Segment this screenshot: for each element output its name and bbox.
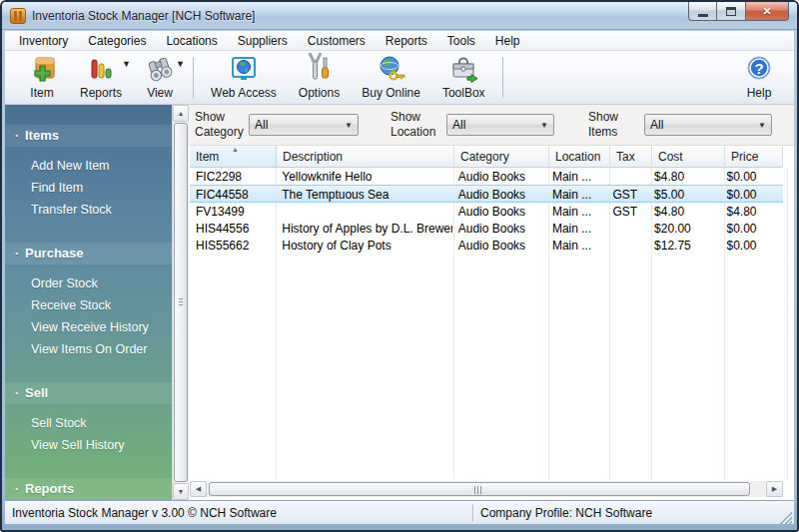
scrollbar-thumb[interactable]	[174, 123, 188, 482]
sidebar-item-order-stock[interactable]: Order Stock	[5, 272, 172, 294]
options-button-label: Options	[299, 86, 340, 100]
menu-tools[interactable]: Tools	[437, 32, 485, 50]
status-bar: Inventoria Stock Manager v 3.00 © NCH So…	[5, 500, 794, 524]
web-access-button-label: Web Access	[211, 86, 277, 100]
show-items-label: Show Items	[588, 110, 640, 140]
scrollbar-track[interactable]	[173, 122, 189, 483]
close-icon: ✕	[762, 5, 771, 18]
help-button-label: Help	[747, 86, 772, 100]
help-button[interactable]: ? Help	[732, 53, 786, 102]
column-header-category[interactable]: Category	[454, 146, 549, 168]
filter-bar: Show Category All ▼ Show Location All ▼ …	[189, 105, 794, 146]
sidebar-item-view-receive-history[interactable]: View Receive History	[5, 316, 172, 338]
cell-description	[276, 203, 451, 220]
cell-location: Main ...	[546, 186, 607, 202]
scrollbar-thumb[interactable]	[209, 482, 750, 496]
column-header-description[interactable]: Description	[277, 146, 454, 168]
table-row[interactable]: FIC2298 Yellowknife Hello Audio Books Ma…	[190, 168, 783, 185]
sidebar-item-add-new-item[interactable]: Add New Item	[5, 155, 172, 177]
sidebar-item-find-item[interactable]: Find Item	[5, 177, 172, 199]
cell-tax: GST	[606, 203, 648, 220]
main-pane: Show Category All ▼ Show Location All ▼ …	[189, 105, 794, 500]
scrollbar-grip	[179, 298, 183, 307]
options-button[interactable]: Options	[288, 53, 351, 102]
menu-suppliers[interactable]: Suppliers	[228, 32, 298, 50]
cell-tax	[606, 220, 648, 237]
sidebar-section-items: ·Items	[5, 125, 172, 147]
bullet-icon: ·	[15, 129, 19, 143]
cell-category: Audio Books	[452, 220, 546, 237]
menu-reports[interactable]: Reports	[376, 32, 437, 50]
cell-location: Main ...	[546, 220, 607, 237]
maximize-button[interactable]	[717, 2, 746, 21]
sidebar-item-view-sell-history[interactable]: View Sell History	[5, 434, 172, 456]
sidebar-item-receive-stock[interactable]: Receive Stock	[5, 294, 172, 316]
reports-button[interactable]: ▼ Reports	[69, 53, 133, 102]
cell-category: Audio Books	[452, 186, 546, 202]
category-filter-select[interactable]: All ▼	[249, 114, 359, 136]
item-button[interactable]: Item	[15, 53, 69, 102]
toolbar-separator	[193, 57, 194, 98]
show-category-label: Show Category	[195, 110, 247, 140]
toolbox-button-label: ToolBox	[442, 86, 485, 100]
sidebar: ·Items Add New Item Find Item Transfer S…	[5, 105, 172, 500]
column-header-tax[interactable]: Tax	[610, 146, 652, 168]
sidebar-item-transfer-stock[interactable]: Transfer Stock	[5, 199, 172, 221]
scroll-up-arrow[interactable]: ▲	[173, 105, 189, 122]
minimize-button[interactable]	[688, 2, 717, 21]
window-controls: ✕	[688, 2, 789, 21]
cell-price: $0.00	[721, 237, 783, 254]
sidebar-item-view-items-on-order[interactable]: View Items On Order	[5, 338, 172, 360]
status-company-profile: Company Profile: NCH Software	[473, 506, 778, 520]
svg-text:?: ?	[754, 60, 763, 77]
scroll-left-arrow[interactable]: ◀	[190, 481, 207, 497]
menu-categories[interactable]: Categories	[78, 32, 156, 50]
sidebar-item-sell-stock[interactable]: Sell Stock	[5, 412, 172, 434]
toolbar: Item ▼ Reports ▼	[5, 51, 794, 105]
menu-customers[interactable]: Customers	[298, 32, 376, 50]
location-filter-select[interactable]: All ▼	[446, 114, 554, 136]
app-logo-icon	[10, 8, 26, 24]
table-horizontal-scrollbar[interactable]: ◀ ▶	[190, 481, 783, 497]
sidebar-scrollbar[interactable]: ▲ ▼	[172, 105, 189, 500]
toolbox-button[interactable]: ToolBox	[431, 53, 496, 102]
web-access-button[interactable]: Web Access	[200, 53, 288, 102]
chevron-down-icon: ▼	[176, 59, 185, 69]
items-table: ▲Item Description Category Location Tax …	[190, 146, 783, 480]
menu-help[interactable]: Help	[485, 32, 530, 50]
table-row[interactable]: HIS44556 History of Apples by D.L. Brewe…	[190, 220, 783, 237]
title-bar: Inventoria Stock Manager [NCH Software] …	[2, 2, 797, 30]
column-header-cost[interactable]: Cost	[652, 146, 725, 168]
cell-cost: $4.80	[648, 203, 720, 220]
table-row[interactable]: HIS55662 Hostory of Clay Pots Audio Book…	[190, 237, 783, 254]
cell-price: $0.00	[721, 186, 783, 202]
menu-inventory[interactable]: Inventory	[9, 32, 78, 50]
column-header-item[interactable]: ▲Item	[190, 146, 277, 168]
buy-online-button[interactable]: Buy Online	[351, 53, 431, 102]
close-button[interactable]: ✕	[746, 2, 789, 21]
reports-button-label: Reports	[80, 86, 122, 100]
resize-grip[interactable]	[778, 510, 792, 524]
column-header-location[interactable]: Location	[549, 146, 610, 168]
cell-item: HIS44556	[190, 220, 276, 237]
cell-description: History of Apples by D.L. Brewer	[276, 220, 451, 237]
cell-item: HIS55662	[190, 237, 276, 254]
bar-chart-icon	[85, 53, 117, 85]
scroll-down-arrow[interactable]: ▼	[173, 483, 189, 500]
chevron-down-icon: ▼	[122, 59, 131, 69]
table-row-selected[interactable]: FIC44558 The Temptuous Sea Audio Books M…	[190, 185, 783, 203]
globe-monitor-icon	[228, 53, 260, 85]
maximize-icon	[726, 7, 736, 16]
toolbar-separator	[502, 57, 503, 98]
view-button[interactable]: ▼ View	[133, 53, 187, 102]
cell-description: The Temptuous Sea	[276, 186, 451, 202]
column-header-price[interactable]: Price	[725, 146, 783, 168]
cell-cost: $4.80	[648, 168, 720, 185]
scroll-right-arrow[interactable]: ▶	[766, 481, 783, 497]
minimize-icon	[698, 14, 708, 17]
cell-location: Main ...	[546, 203, 607, 220]
menu-locations[interactable]: Locations	[156, 32, 227, 50]
items-filter-select[interactable]: All ▼	[644, 114, 772, 136]
table-row[interactable]: FV13499 Audio Books Main ... GST $4.80 $…	[190, 203, 783, 220]
scrollbar-track[interactable]	[207, 481, 766, 497]
